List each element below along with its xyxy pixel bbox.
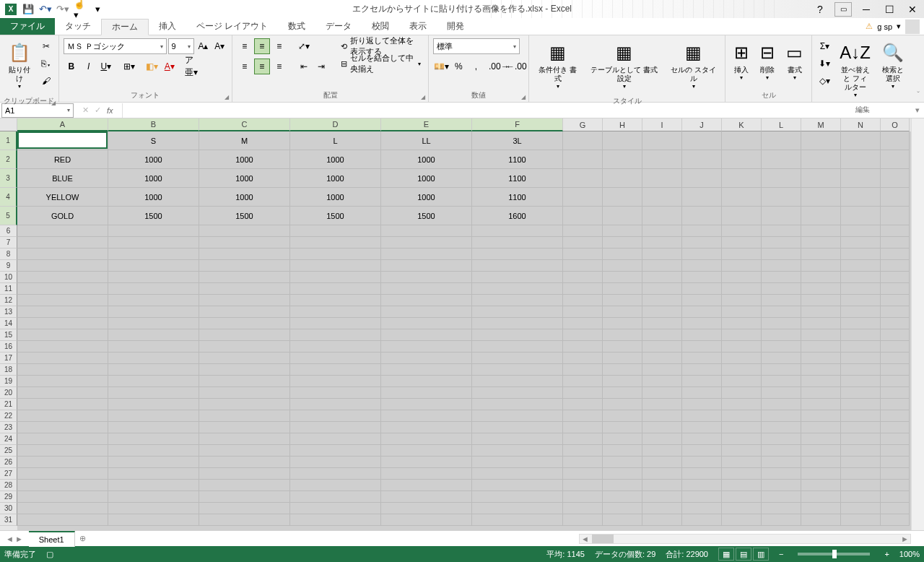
cell[interactable] bbox=[563, 468, 603, 480]
cell[interactable] bbox=[199, 353, 290, 364]
cell[interactable]: 1000 bbox=[381, 150, 472, 169]
cell[interactable] bbox=[762, 207, 801, 225]
cell[interactable] bbox=[290, 272, 381, 283]
cell[interactable] bbox=[762, 295, 801, 306]
cell[interactable] bbox=[563, 306, 603, 318]
cell[interactable] bbox=[841, 283, 881, 295]
cell[interactable] bbox=[762, 445, 801, 457]
cell[interactable] bbox=[841, 503, 881, 514]
col-header-B[interactable]: B bbox=[108, 118, 199, 131]
tab-file[interactable]: ファイル bbox=[0, 18, 55, 35]
cell[interactable] bbox=[472, 237, 563, 248]
cell[interactable] bbox=[642, 468, 682, 480]
cell[interactable] bbox=[682, 329, 722, 341]
increase-decimal-icon[interactable]: .00→ bbox=[491, 59, 507, 74]
cell[interactable] bbox=[17, 295, 108, 306]
cell[interactable] bbox=[642, 514, 682, 526]
cell[interactable] bbox=[603, 480, 642, 491]
cell[interactable] bbox=[762, 318, 801, 329]
sort-filter-button[interactable]: A↓Z並べ替えと フィルター▾ bbox=[835, 38, 875, 102]
fill-color-icon[interactable]: ◧▾ bbox=[144, 59, 160, 74]
cell[interactable] bbox=[682, 480, 722, 491]
row-header-30[interactable]: 30 bbox=[0, 503, 17, 514]
cell[interactable] bbox=[642, 329, 682, 341]
cell[interactable] bbox=[563, 503, 603, 514]
cell[interactable] bbox=[642, 207, 682, 225]
cut-icon[interactable]: ✂ bbox=[38, 38, 54, 54]
cell[interactable] bbox=[381, 329, 472, 341]
cell[interactable] bbox=[722, 457, 762, 468]
cell[interactable] bbox=[290, 399, 381, 410]
cell[interactable]: 1000 bbox=[108, 169, 199, 188]
cell[interactable] bbox=[801, 207, 841, 225]
cell[interactable] bbox=[682, 272, 722, 283]
row-header-26[interactable]: 26 bbox=[0, 457, 17, 468]
insert-cells-button[interactable]: ⊞挿入▾ bbox=[730, 38, 753, 85]
active-cell[interactable] bbox=[17, 131, 108, 149]
row-header-22[interactable]: 22 bbox=[0, 410, 17, 422]
minimize-icon[interactable]: ─ bbox=[858, 2, 875, 17]
cell[interactable] bbox=[801, 364, 841, 376]
cell[interactable]: 1000 bbox=[108, 150, 199, 169]
ribbon-options-icon[interactable]: ▭ bbox=[834, 2, 852, 17]
cell[interactable] bbox=[290, 306, 381, 318]
cell[interactable] bbox=[290, 329, 381, 341]
cell[interactable] bbox=[290, 445, 381, 457]
cell[interactable] bbox=[563, 445, 603, 457]
cell[interactable] bbox=[642, 318, 682, 329]
save-icon[interactable]: 💾 bbox=[22, 3, 35, 16]
zoom-slider[interactable] bbox=[798, 553, 870, 555]
cell[interactable] bbox=[472, 410, 563, 422]
cell[interactable]: 1000 bbox=[108, 188, 199, 207]
cell[interactable] bbox=[603, 353, 642, 364]
cell[interactable] bbox=[682, 514, 722, 526]
cell[interactable] bbox=[841, 376, 881, 387]
cell[interactable] bbox=[17, 457, 108, 468]
view-normal-icon[interactable]: ▦ bbox=[718, 548, 734, 561]
cell[interactable] bbox=[472, 491, 563, 503]
cell[interactable] bbox=[199, 387, 290, 399]
cell[interactable] bbox=[841, 514, 881, 526]
cell[interactable] bbox=[801, 353, 841, 364]
cell[interactable] bbox=[881, 318, 910, 329]
cell[interactable] bbox=[722, 468, 762, 480]
cell[interactable] bbox=[17, 225, 108, 237]
cell[interactable] bbox=[108, 387, 199, 399]
cell[interactable] bbox=[881, 491, 910, 503]
decrease-decimal-icon[interactable]: ←.00 bbox=[508, 59, 524, 74]
touch-mode-icon[interactable]: ☝▾ bbox=[74, 3, 87, 16]
cell[interactable] bbox=[762, 364, 801, 376]
cell[interactable] bbox=[381, 410, 472, 422]
cell[interactable] bbox=[642, 387, 682, 399]
cell[interactable]: 1500 bbox=[199, 207, 290, 225]
cell[interactable] bbox=[603, 306, 642, 318]
cell[interactable] bbox=[290, 318, 381, 329]
user-avatar-icon[interactable] bbox=[905, 20, 920, 34]
cell[interactable] bbox=[722, 329, 762, 341]
align-middle-icon[interactable]: ≡ bbox=[254, 38, 270, 54]
cell[interactable] bbox=[881, 364, 910, 376]
cell[interactable] bbox=[762, 150, 801, 169]
cell[interactable] bbox=[563, 433, 603, 445]
cell[interactable] bbox=[642, 260, 682, 272]
cell[interactable] bbox=[801, 248, 841, 260]
font-color-icon[interactable]: A▾ bbox=[162, 59, 178, 74]
cell[interactable] bbox=[722, 480, 762, 491]
cell[interactable] bbox=[199, 445, 290, 457]
cell[interactable] bbox=[801, 457, 841, 468]
cell[interactable] bbox=[563, 207, 603, 225]
cell[interactable] bbox=[199, 410, 290, 422]
user-dropdown-icon[interactable]: ▾ bbox=[897, 22, 901, 31]
formula-input[interactable] bbox=[122, 103, 911, 118]
cell[interactable]: M bbox=[199, 131, 290, 150]
cell[interactable] bbox=[722, 260, 762, 272]
zoom-in-icon[interactable]: + bbox=[884, 550, 889, 558]
cell[interactable] bbox=[290, 376, 381, 387]
decrease-font-icon[interactable]: A▾ bbox=[212, 38, 227, 54]
cell[interactable] bbox=[603, 457, 642, 468]
cell[interactable] bbox=[603, 283, 642, 295]
cell[interactable] bbox=[881, 445, 910, 457]
cell[interactable] bbox=[603, 260, 642, 272]
cell[interactable] bbox=[722, 248, 762, 260]
cell[interactable] bbox=[17, 433, 108, 445]
